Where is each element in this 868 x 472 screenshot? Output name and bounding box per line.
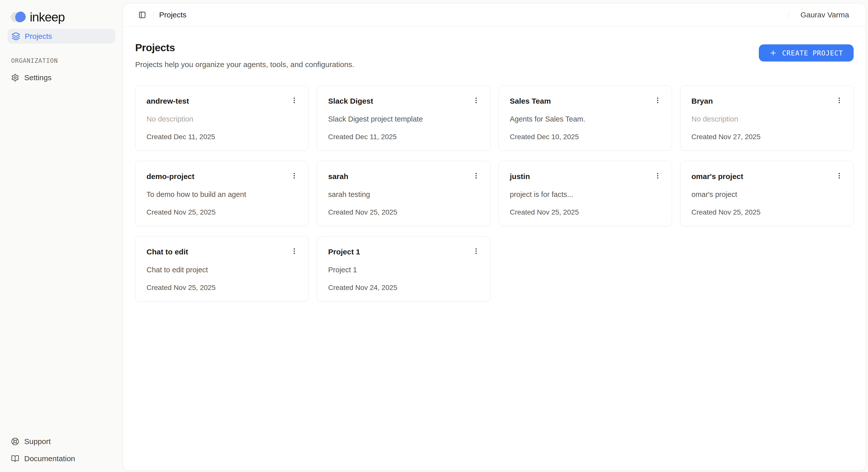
sidebar-item-label: Support: [24, 437, 51, 446]
project-description: omar's project: [691, 190, 842, 199]
panel-left-icon: [138, 11, 146, 19]
project-created-date: Created Nov 25, 2025: [510, 208, 661, 216]
page-subtitle: Projects help you organize your agents, …: [135, 60, 354, 69]
project-created-date: Created Nov 24, 2025: [328, 284, 479, 292]
project-menu-button[interactable]: [471, 95, 481, 105]
project-card-header: Project 1: [328, 247, 479, 256]
project-card[interactable]: Sales Team Agents for Sales Team. Create…: [499, 86, 672, 151]
more-vertical-icon: [835, 172, 843, 180]
project-name: Chat to edit: [147, 247, 188, 256]
topbar-divider: [153, 11, 154, 19]
sidebar-section-organization: ORGANIZATION: [7, 57, 115, 64]
page-header: Projects Projects help you organize your…: [135, 42, 854, 69]
project-card[interactable]: sarah sarah testing Created Nov 25, 2025: [317, 161, 490, 226]
project-card-header: Sales Team: [510, 96, 661, 105]
project-name: Sales Team: [510, 96, 551, 105]
create-project-button[interactable]: CREATE PROJECT: [759, 44, 854, 62]
project-name: omar's project: [691, 172, 743, 181]
project-card[interactable]: Slack Digest Slack Digest project templa…: [317, 86, 490, 151]
project-card-header: justin: [510, 172, 661, 181]
project-description: No description: [691, 115, 842, 123]
project-menu-button[interactable]: [653, 95, 663, 105]
sidebar-item-settings[interactable]: Settings: [7, 73, 115, 82]
project-card[interactable]: justin project is for facts... Created N…: [499, 161, 672, 226]
project-menu-button[interactable]: [289, 95, 299, 105]
project-menu-button[interactable]: [471, 246, 481, 256]
project-menu-button[interactable]: [834, 171, 844, 181]
projects-grid: andrew-test No description Created Dec 1…: [135, 86, 854, 302]
sidebar-item-label: Settings: [24, 73, 52, 82]
project-created-date: Created Nov 25, 2025: [328, 208, 479, 216]
user-menu[interactable]: Gaurav Varma: [800, 10, 849, 19]
project-description: Chat to edit project: [147, 266, 297, 274]
project-card[interactable]: andrew-test No description Created Dec 1…: [135, 86, 309, 151]
project-created-date: Created Dec 10, 2025: [510, 133, 661, 141]
sidebar-item-support[interactable]: Support: [7, 437, 115, 446]
more-vertical-icon: [654, 96, 662, 104]
lifebuoy-icon: [11, 437, 19, 445]
project-name: sarah: [328, 172, 348, 181]
project-card-header: Bryan: [691, 96, 842, 105]
project-name: justin: [510, 172, 530, 181]
sidebar-spacer: [7, 82, 115, 437]
sidebar-item-projects[interactable]: Projects: [7, 29, 115, 43]
project-card[interactable]: omar's project omar's project Created No…: [680, 161, 854, 226]
project-card[interactable]: Bryan No description Created Nov 27, 202…: [680, 86, 854, 151]
more-vertical-icon: [290, 172, 298, 180]
project-name: Bryan: [691, 96, 713, 105]
topbar-divider: [788, 11, 789, 19]
project-created-date: Created Nov 27, 2025: [691, 133, 842, 141]
sidebar: inkeep Projects ORGANIZATION Settings: [0, 0, 123, 472]
create-project-label: CREATE PROJECT: [782, 49, 843, 57]
project-name: Project 1: [328, 247, 360, 256]
more-vertical-icon: [290, 247, 298, 255]
project-card-header: sarah: [328, 172, 479, 181]
project-description: Slack Digest project template: [328, 115, 479, 123]
project-menu-button[interactable]: [471, 171, 481, 181]
project-menu-button[interactable]: [834, 95, 844, 105]
sidebar-footer: Support Documentation: [7, 437, 115, 465]
main-panel: Projects Gaurav Varma Projects Projects …: [123, 3, 866, 471]
project-name: demo-project: [147, 172, 194, 181]
project-menu-button[interactable]: [289, 246, 299, 256]
page-content: Projects Projects help you organize your…: [123, 27, 866, 471]
project-card[interactable]: Chat to edit Chat to edit project Create…: [135, 236, 309, 302]
project-name: Slack Digest: [328, 96, 373, 105]
project-description: project is for facts...: [510, 190, 661, 199]
project-created-date: Created Nov 25, 2025: [691, 208, 842, 216]
more-vertical-icon: [472, 172, 480, 180]
project-description: No description: [147, 115, 297, 123]
sidebar-item-label: Documentation: [24, 454, 75, 463]
sidebar-toggle-button[interactable]: [137, 9, 148, 21]
project-created-date: Created Dec 11, 2025: [328, 133, 479, 141]
project-created-date: Created Nov 25, 2025: [147, 208, 297, 216]
more-vertical-icon: [654, 172, 662, 180]
book-open-icon: [11, 454, 19, 463]
project-description: Agents for Sales Team.: [510, 115, 661, 123]
project-created-date: Created Dec 11, 2025: [147, 133, 297, 141]
project-card[interactable]: demo-project To demo how to build an age…: [135, 161, 309, 226]
page-title: Projects: [135, 42, 354, 54]
layers-icon: [11, 32, 20, 40]
brand-logo: inkeep: [7, 9, 115, 25]
more-vertical-icon: [472, 247, 480, 255]
project-name: andrew-test: [147, 96, 189, 105]
project-menu-button[interactable]: [289, 171, 299, 181]
project-card-header: andrew-test: [147, 96, 297, 105]
plus-icon: [769, 49, 777, 57]
project-card-header: Chat to edit: [147, 247, 297, 256]
inkeep-logo-icon: [10, 11, 26, 23]
project-card[interactable]: Project 1 Project 1 Created Nov 24, 2025: [317, 236, 490, 302]
project-created-date: Created Nov 25, 2025: [147, 284, 297, 292]
project-menu-button[interactable]: [653, 171, 663, 181]
more-vertical-icon: [472, 96, 480, 104]
project-card-header: demo-project: [147, 172, 297, 181]
more-vertical-icon: [290, 96, 298, 104]
breadcrumb: Projects: [159, 10, 186, 19]
project-description: To demo how to build an agent: [147, 190, 297, 199]
sidebar-item-label: Projects: [25, 32, 52, 40]
project-card-header: omar's project: [691, 172, 842, 181]
gear-icon: [11, 74, 19, 82]
sidebar-item-documentation[interactable]: Documentation: [7, 454, 115, 463]
project-description: sarah testing: [328, 190, 479, 199]
